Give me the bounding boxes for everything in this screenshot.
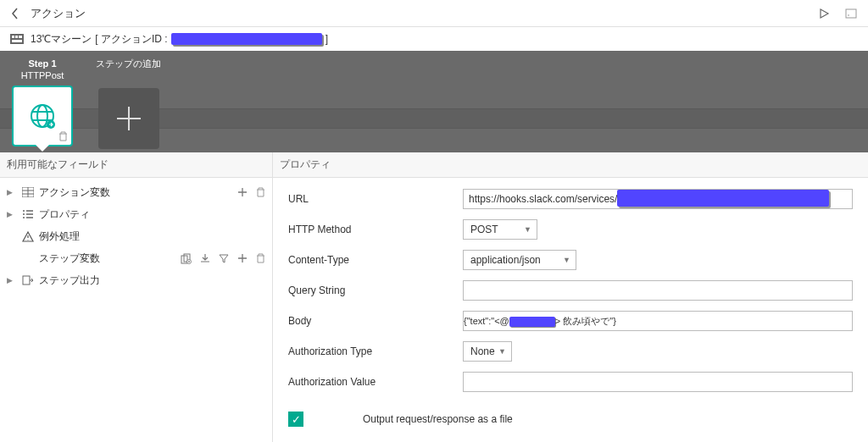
machine-icon bbox=[10, 34, 24, 44]
add-step-tile[interactable] bbox=[98, 88, 159, 149]
download-icon[interactable] bbox=[200, 253, 210, 264]
list-icon bbox=[20, 209, 36, 219]
url-redacted bbox=[617, 190, 829, 207]
output-file-checkbox[interactable]: ✓ bbox=[288, 412, 303, 427]
trash-icon[interactable] bbox=[58, 131, 68, 141]
properties-title: プロパティ bbox=[273, 152, 868, 178]
method-select[interactable]: POST▼ bbox=[463, 219, 537, 240]
chevron-down-icon: ▼ bbox=[563, 256, 570, 264]
label-step-output: ステップ出力 bbox=[39, 273, 265, 288]
body-input[interactable]: {"text":"<@> 飲み頃やで"} bbox=[463, 311, 853, 331]
delete-icon[interactable] bbox=[256, 253, 265, 264]
chevron-right-icon: ▶ bbox=[7, 188, 17, 196]
chevron-down-icon: ▼ bbox=[498, 347, 506, 356]
action-id-label: [ アクションID : bbox=[95, 32, 167, 47]
label-action-vars: アクション変数 bbox=[39, 185, 237, 200]
output-file-label: Output request/response as a file bbox=[363, 413, 513, 425]
auth-type-select[interactable]: None▼ bbox=[463, 341, 512, 362]
tree-row-action-vars[interactable]: ▶ アクション変数 bbox=[0, 181, 272, 203]
output-icon bbox=[20, 275, 36, 285]
filter-icon[interactable] bbox=[219, 253, 229, 264]
content-type-select[interactable]: application/json▼ bbox=[463, 250, 576, 270]
auth-value-input[interactable] bbox=[463, 372, 853, 392]
delete-icon[interactable] bbox=[256, 187, 265, 197]
svg-rect-2 bbox=[12, 36, 14, 38]
chevron-right-icon: ▶ bbox=[7, 210, 17, 218]
add-icon[interactable] bbox=[237, 187, 248, 197]
tree-row-step-output[interactable]: ▶ ステップ出力 bbox=[0, 269, 272, 291]
action-id-close: ] bbox=[326, 33, 328, 45]
tree-row-exception[interactable]: 例外処理 bbox=[0, 225, 272, 247]
page-title: アクション bbox=[31, 6, 86, 21]
add-step-label: ステップの追加 bbox=[96, 58, 161, 69]
label-properties: プロパティ bbox=[39, 207, 265, 222]
body-redacted bbox=[509, 317, 555, 327]
label-exception: 例外処理 bbox=[39, 229, 265, 244]
available-fields-title: 利用可能なフィールド bbox=[0, 152, 272, 178]
tree-row-step-vars[interactable]: ステップ変数 bbox=[0, 247, 272, 269]
step1-tile[interactable] bbox=[12, 86, 73, 146]
step1-name: Step 1 bbox=[21, 58, 64, 69]
svg-rect-4 bbox=[19, 36, 22, 38]
warning-icon bbox=[20, 231, 36, 242]
svg-point-7 bbox=[37, 105, 47, 127]
machine-name: 13℃マシーン bbox=[31, 32, 92, 47]
query-string-input[interactable] bbox=[463, 280, 853, 301]
auth-type-label: Authorization Type bbox=[288, 345, 463, 357]
back-button[interactable] bbox=[7, 8, 24, 19]
step1-type: HTTPPost bbox=[21, 69, 64, 81]
chevron-right-icon: ▶ bbox=[7, 276, 17, 285]
add-icon[interactable] bbox=[237, 253, 248, 264]
svg-rect-13 bbox=[23, 276, 30, 285]
chevron-down-icon: ▼ bbox=[524, 225, 531, 234]
globe-icon bbox=[28, 102, 57, 130]
svg-rect-1 bbox=[10, 34, 24, 44]
copy-icon[interactable] bbox=[181, 253, 192, 264]
body-label: Body bbox=[288, 315, 463, 327]
label-step-vars: ステップ変数 bbox=[39, 251, 181, 266]
url-label: URL bbox=[288, 193, 463, 205]
auth-value-label: Authorization Value bbox=[288, 376, 463, 388]
query-string-label: Query String bbox=[288, 285, 463, 296]
action-id-redacted bbox=[171, 33, 322, 45]
terminal-icon[interactable] bbox=[841, 3, 861, 24]
tree-row-properties[interactable]: ▶ プロパティ bbox=[0, 203, 272, 225]
svg-rect-5 bbox=[12, 40, 22, 42]
method-label: HTTP Method bbox=[288, 224, 463, 235]
plus-icon bbox=[117, 107, 141, 130]
svg-rect-0 bbox=[846, 9, 856, 18]
play-icon[interactable] bbox=[814, 3, 834, 24]
svg-rect-3 bbox=[15, 36, 18, 38]
table-icon bbox=[20, 187, 36, 197]
content-type-label: Content-Type bbox=[288, 254, 463, 266]
